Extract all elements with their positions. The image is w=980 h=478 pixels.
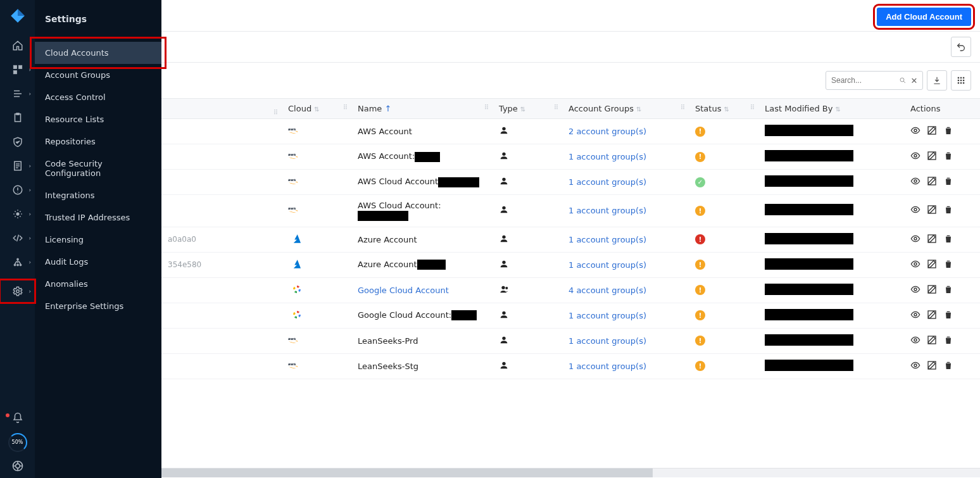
groups-cell[interactable]: 1 account group(s) [562, 195, 689, 227]
groups-cell[interactable]: 4 account group(s) [562, 277, 689, 303]
table-row[interactable]: awsAWS Account:1 account group(s)! [161, 144, 980, 170]
col-modified[interactable]: Last Modified By⇅ [758, 99, 904, 119]
view-icon[interactable] [910, 310, 920, 322]
sidebar-item-audit-logs[interactable]: Audit Logs [35, 251, 161, 273]
progress-ring[interactable]: 50% [8, 433, 27, 452]
sidebar-item-anomalies[interactable]: Anomalies [35, 273, 161, 295]
groups-cell[interactable]: 1 account group(s) [562, 353, 689, 379]
add-cloud-account-button[interactable]: Add Cloud Account [877, 8, 971, 26]
view-icon[interactable] [910, 259, 920, 271]
view-icon[interactable] [910, 234, 920, 246]
nav-dashboard[interactable]: › [0, 62, 35, 77]
clear-search-icon[interactable]: ✕ [910, 76, 919, 85]
nav-network[interactable]: › [0, 255, 35, 270]
sidebar-item-code-security-configuration[interactable]: Code Security Configuration [35, 153, 161, 184]
search-box[interactable]: ✕ [826, 71, 923, 90]
view-icon[interactable] [910, 176, 920, 188]
name-cell: AWS Account [351, 119, 493, 144]
sidebar-item-access-control[interactable]: Access Control [35, 86, 161, 108]
svg-rect-1 [18, 65, 22, 68]
actions-cell [904, 144, 980, 170]
horizontal-scrollbar[interactable] [161, 468, 980, 477]
col-groups[interactable]: Account Groups⇅⠿ [562, 99, 689, 119]
svg-point-11 [16, 258, 18, 260]
edit-icon[interactable] [927, 125, 937, 137]
sidebar-item-account-groups[interactable]: Account Groups [35, 64, 161, 86]
delete-icon[interactable] [943, 125, 953, 137]
delete-icon[interactable] [943, 204, 953, 217]
table-row[interactable]: awsLeanSeeks-Stg1 account group(s)! [161, 353, 980, 379]
nav-shield[interactable] [0, 134, 35, 149]
col-type[interactable]: Type⇅⠿ [493, 99, 562, 119]
groups-cell[interactable]: 1 account group(s) [562, 328, 689, 353]
col-hidden[interactable]: ⠿ [161, 99, 282, 119]
nav-help[interactable] [11, 460, 24, 474]
sidebar-item-licensing[interactable]: Licensing [35, 229, 161, 251]
actions-cell [904, 195, 980, 227]
view-icon[interactable] [910, 335, 920, 347]
app-logo[interactable] [8, 6, 27, 25]
table-row[interactable]: awsAWS Account2 account group(s)! [161, 119, 980, 144]
delete-icon[interactable] [943, 151, 953, 163]
nav-settings[interactable]: › [0, 280, 35, 303]
groups-cell[interactable]: 1 account group(s) [562, 252, 689, 277]
view-icon[interactable] [910, 125, 920, 137]
sidebar-item-repositories[interactable]: Repositories [35, 130, 161, 153]
nav-clipboard[interactable] [0, 110, 35, 125]
edit-icon[interactable] [927, 259, 937, 271]
delete-icon[interactable] [943, 284, 953, 296]
edit-icon[interactable] [927, 204, 937, 217]
view-icon[interactable] [910, 360, 920, 372]
delete-icon[interactable] [943, 335, 953, 347]
sidebar-item-trusted-ip-addresses[interactable]: Trusted IP Addresses [35, 206, 161, 229]
edit-icon[interactable] [927, 234, 937, 246]
status-cell: ! [689, 328, 758, 353]
columns-button[interactable] [951, 70, 971, 91]
groups-cell[interactable]: 1 account group(s) [562, 227, 689, 252]
delete-icon[interactable] [943, 310, 953, 322]
groups-cell[interactable]: 1 account group(s) [562, 144, 689, 170]
nav-compliance[interactable]: › [0, 158, 35, 173]
edit-icon[interactable] [927, 335, 937, 347]
col-cloud[interactable]: Cloud⇅⠿ [282, 99, 351, 119]
table-row[interactable]: awsAWS Cloud Account:1 account group(s)! [161, 195, 980, 227]
nav-code[interactable]: › [0, 230, 35, 246]
col-name[interactable]: Name ↑⠿ [351, 99, 493, 119]
name-cell: AWS Account: [351, 144, 493, 170]
edit-icon[interactable] [927, 176, 937, 188]
groups-cell[interactable]: 1 account group(s) [562, 303, 689, 328]
groups-cell[interactable]: 2 account group(s) [562, 119, 689, 144]
sidebar-item-resource-lists[interactable]: Resource Lists [35, 108, 161, 130]
download-button[interactable] [927, 70, 947, 91]
table-row[interactable]: a0a0a0Azure Account1 account group(s)! [161, 227, 980, 252]
progress-label: 50% [12, 439, 23, 445]
view-icon[interactable] [910, 204, 920, 217]
reset-button[interactable] [951, 37, 971, 57]
nav-queue[interactable]: › [0, 86, 35, 101]
view-icon[interactable] [910, 151, 920, 163]
edit-icon[interactable] [927, 310, 937, 322]
nav-notifications[interactable] [12, 412, 23, 425]
col-status[interactable]: Status⇅⠿ [689, 99, 758, 119]
delete-icon[interactable] [943, 176, 953, 188]
delete-icon[interactable] [943, 259, 953, 271]
nav-alerts[interactable]: › [0, 182, 35, 198]
edit-icon[interactable] [927, 151, 937, 163]
nav-config[interactable]: › [0, 206, 35, 222]
sidebar-item-enterprise-settings[interactable]: Enterprise Settings [35, 295, 161, 317]
table-row[interactable]: awsAWS Cloud Account1 account group(s)✓ [161, 170, 980, 195]
edit-icon[interactable] [927, 284, 937, 296]
search-input[interactable] [830, 75, 896, 85]
table-row[interactable]: Google Cloud Account:1 account group(s)! [161, 303, 980, 328]
nav-home[interactable] [0, 38, 35, 53]
table-row[interactable]: awsLeanSeeks-Prd1 account group(s)! [161, 328, 980, 353]
table-row[interactable]: Google Cloud Account4 account group(s)! [161, 277, 980, 303]
table-row[interactable]: 354e580Azure Account1 account group(s)! [161, 252, 980, 277]
view-icon[interactable] [910, 284, 920, 296]
delete-icon[interactable] [943, 234, 953, 246]
sidebar-item-integrations[interactable]: Integrations [35, 184, 161, 206]
groups-cell[interactable]: 1 account group(s) [562, 170, 689, 195]
delete-icon[interactable] [943, 360, 953, 372]
edit-icon[interactable] [927, 360, 937, 372]
sidebar-item-cloud-accounts[interactable]: Cloud Accounts [35, 42, 161, 64]
